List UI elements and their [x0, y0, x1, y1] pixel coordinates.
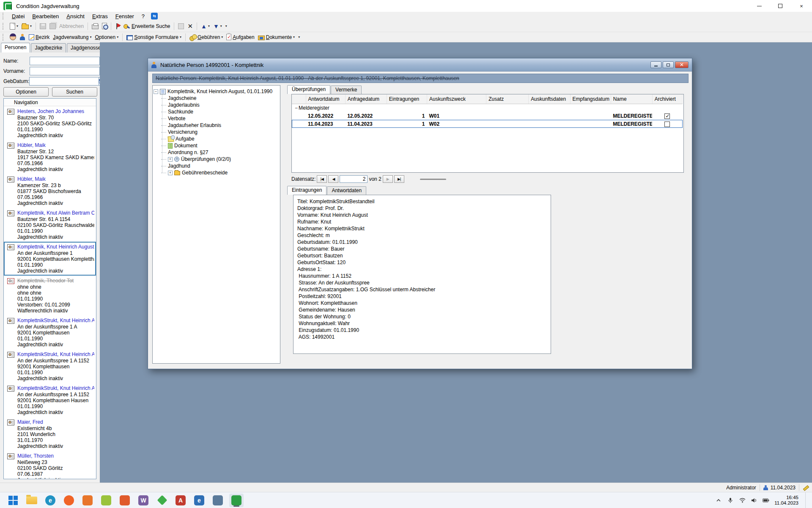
toolbar-grip[interactable] — [3, 13, 5, 19]
column-header[interactable]: Auskunftsdaten — [529, 94, 570, 104]
tab-eintragungen[interactable]: Eintragungen — [287, 186, 326, 195]
notepad-icon[interactable] — [99, 494, 113, 507]
save-button[interactable] — [38, 22, 48, 31]
diamond-app-icon[interactable] — [155, 494, 169, 507]
group-collapse-icon[interactable]: − — [294, 105, 299, 111]
last-record-button[interactable]: ▶| — [394, 175, 404, 183]
jagd-app-icon[interactable] — [229, 494, 244, 507]
menu-item-bearbeiten[interactable]: Bearbeiten — [28, 13, 63, 20]
explorer-icon[interactable] — [25, 494, 39, 507]
tree-item-versicherung[interactable]: Versicherung — [154, 129, 279, 135]
column-header[interactable]: Eintragungen — [387, 94, 427, 104]
tab-jagdbezirke[interactable]: Jagdbezirke — [31, 43, 66, 52]
column-header[interactable]: Archiviert — [652, 94, 682, 104]
list-item[interactable]: Komplettnik, Knut Heinrich AugustAn der … — [4, 242, 96, 276]
appbar-button-sonstige-formulare[interactable]: Sonstige Formulare▾ — [125, 33, 183, 42]
column-header[interactable]: Anfragedatum — [345, 94, 387, 104]
wifi-icon[interactable] — [739, 497, 746, 504]
dialog-minimize-icon[interactable] — [650, 61, 661, 68]
acrobat-icon[interactable]: A — [173, 494, 188, 507]
properties-button[interactable] — [176, 22, 186, 31]
tray-chevron-icon[interactable] — [715, 497, 722, 504]
tree-item-verbote[interactable]: Verbote — [154, 115, 279, 122]
grid-app-icon[interactable] — [118, 494, 132, 507]
navigate-down-button[interactable]: ▼▾ — [211, 22, 224, 31]
appbar-button-bezirk[interactable]: Bezirk — [27, 33, 51, 42]
flag-button[interactable]: ▾ — [113, 22, 122, 31]
person-search-button[interactable] — [8, 33, 18, 42]
print-preview-button[interactable] — [100, 22, 109, 31]
optionen-button[interactable]: Optionen — [3, 87, 49, 97]
record-slider[interactable] — [420, 179, 446, 180]
column-header[interactable]: Name — [611, 94, 652, 104]
tree-expand-icon[interactable]: + — [168, 157, 173, 162]
volume-icon[interactable] — [751, 497, 757, 504]
tree-item-gebhrenbescheide[interactable]: +Gebührenbescheide — [154, 169, 279, 176]
dialog-maximize-icon[interactable] — [663, 61, 674, 68]
suchen-button[interactable]: Suchen — [52, 87, 97, 97]
list-item[interactable]: Komplettnik, Theodor Totohne ohneohne oh… — [4, 276, 96, 315]
archiviert-checkbox[interactable] — [664, 113, 670, 119]
battery-icon[interactable] — [763, 497, 769, 504]
person-button[interactable] — [18, 33, 27, 42]
tree-root-item[interactable]: −Komplettnik, Knut Heinrich August, 01.0… — [154, 88, 279, 95]
show-desktop-button[interactable] — [805, 492, 808, 508]
cancel-button[interactable]: Abbrechen — [58, 22, 85, 31]
open-button[interactable]: ▾ — [20, 22, 33, 31]
tree-item-jagdscheine[interactable]: Jagdscheine — [154, 95, 279, 102]
toolbar-overflow-button[interactable]: ▾ — [224, 22, 229, 31]
tree-item-jagdaufsehererlaubnis[interactable]: Jagdaufseher Erlaubnis — [154, 122, 279, 129]
word-app-icon[interactable]: W — [136, 494, 151, 507]
list-item[interactable]: KomplettnikStrukt, Knut Heinrich AugustA… — [4, 383, 96, 417]
tab-antwortdaten[interactable]: Antwortdaten — [327, 186, 366, 195]
firefox-icon[interactable] — [62, 494, 76, 507]
list-item[interactable]: KomplettnikStrukt, Knut Heinrich AugustA… — [4, 349, 96, 383]
new-button[interactable]: ▾ — [8, 22, 20, 31]
table-row[interactable]: 11.04.202311.04.20231W02MELDEREGISTER — [292, 120, 683, 128]
table-row[interactable]: 12.05.202212.05.20221W01MELDEREGISTER — [292, 112, 683, 120]
menu-item-extras[interactable]: Extras — [88, 13, 112, 20]
viewer-app-icon[interactable] — [211, 494, 225, 507]
group-row[interactable]: −Melderegister — [292, 104, 683, 112]
eintragungen-text[interactable]: Titel: KomplettnikStruktBestandteilDokto… — [293, 195, 551, 354]
navigate-up-button[interactable]: ▲▾ — [199, 22, 211, 31]
archiviert-checkbox[interactable] — [664, 121, 670, 127]
list-item[interactable]: Komplettnik, Knut Alwin Bertram ChristBa… — [4, 208, 96, 242]
list-item[interactable]: Müller, ThorstenNeißeweg 2302100 SAKD Gö… — [4, 451, 96, 479]
appbar-button-optionen[interactable]: Optionen▾ — [93, 33, 120, 42]
microphone-icon[interactable] — [727, 497, 734, 504]
mail-icon[interactable] — [80, 494, 95, 507]
column-header[interactable] — [292, 94, 306, 104]
maximize-icon[interactable] — [770, 0, 791, 12]
dialog-titlebar[interactable]: Natürliche Person 14992001 - Komplettnik… — [148, 58, 692, 72]
dialog-close-icon[interactable]: ✕ — [675, 61, 689, 68]
menu-item-datei[interactable]: Datei — [8, 13, 28, 20]
tree-item-anordnungn27[interactable]: Anordnung n. §27 — [154, 149, 279, 156]
minimize-icon[interactable] — [749, 0, 770, 12]
menu-item-[interactable]: ? — [138, 13, 148, 20]
vorname-input[interactable] — [30, 67, 100, 75]
column-header[interactable]: Auskunftszweck — [427, 94, 486, 104]
list-item[interactable]: KomplettnikStrukt, Knut Heinrich AugustA… — [4, 315, 96, 349]
appbar-button-jagdverwaltung[interactable]: Jagdverwaltung▾ — [51, 33, 93, 42]
tree-item-dokument[interactable]: Dokument — [154, 142, 279, 149]
list-item[interactable]: Hübler, MaikBautzner Str. 121917 SAKD Ka… — [4, 140, 96, 174]
reader-app-icon[interactable]: e — [192, 494, 206, 507]
tree-item-jagdhund[interactable]: Jagdhund — [154, 163, 279, 169]
tab-personen[interactable]: Personen — [1, 43, 30, 52]
appbar-button-aufgaben[interactable]: Aufgaben — [225, 33, 256, 42]
toolbar-grip[interactable] — [3, 23, 5, 30]
column-header[interactable]: Antwortdatum — [306, 94, 345, 104]
close-icon[interactable]: × — [791, 0, 812, 12]
taskbar-clock[interactable]: 16:45 11.04.2023 — [774, 495, 798, 506]
tree-collapse-icon[interactable]: − — [154, 89, 158, 94]
delete-button[interactable]: ✕ — [186, 22, 195, 31]
gebdatum-input[interactable] — [29, 77, 99, 86]
tree-item-aufgabe[interactable]: Aufgabe — [154, 135, 279, 142]
tree-item-jagderlaubnis[interactable]: Jagderlaubnis — [154, 102, 279, 108]
menu-item-ansicht[interactable]: Ansicht — [63, 13, 88, 20]
tab-vermerke[interactable]: Vermerke — [331, 86, 362, 94]
advanced-search-button[interactable]: Erweiterte Suche — [122, 22, 172, 31]
column-header[interactable]: Empfangsdatum — [570, 94, 611, 104]
column-header[interactable]: Zusatz — [486, 94, 529, 104]
